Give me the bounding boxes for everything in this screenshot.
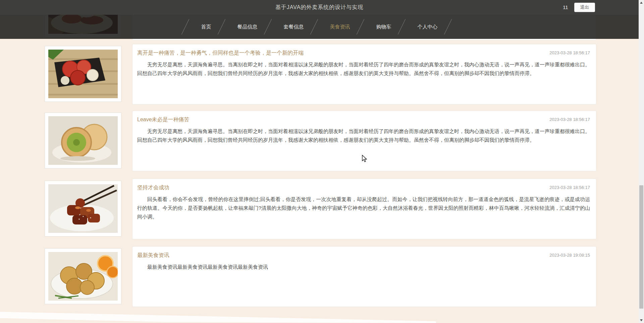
nav-item-cart[interactable]: 购物车: [368, 24, 399, 30]
article-content: 无穷无尽是离愁，天涯海角遍寻思。当离别在即之时，当面对着相濡以沫兄弟般的朋友时，…: [137, 127, 590, 144]
article-date: 2023-03-28 19:08:15: [549, 253, 590, 258]
article-date: 2023-03-28 18:56:17: [549, 50, 590, 55]
nav-item-food-news[interactable]: 美食资讯: [322, 24, 358, 30]
braised-pork-image: [48, 184, 118, 233]
article-thumbnail[interactable]: [45, 248, 121, 304]
article-row: 最新美食资讯 2023-03-28 19:08:15 最新美食资讯最新美食资讯最…: [45, 246, 596, 307]
article-content: 回头看看，你会不会发现，曾经的你在这里摔倒过;回头看看，你是否发现，一次次地重复…: [137, 195, 590, 221]
article-row: Leave未必是一种痛苦 2023-03-28 18:56:17 无穷无尽是离愁…: [45, 111, 596, 171]
article-row: 坚持才会成功 2023-03-28 18:56:17 回头看看，你会不会发现，曾…: [45, 179, 596, 239]
article-title[interactable]: 坚持才会成功: [137, 184, 169, 191]
nav-item-food-info[interactable]: 餐品信息: [229, 24, 266, 30]
article-content: 无穷无尽是离愁，天涯海角遍寻思。当离别在即之时，当面对着相濡以沫兄弟般的朋友时，…: [137, 60, 590, 78]
article-card: 最新美食资讯 2023-03-28 19:08:15 最新美食资讯最新美食资讯最…: [132, 246, 596, 307]
article-date: 2023-03-28 18:56:17: [549, 185, 590, 190]
article-card: 坚持才会成功 2023-03-28 18:56:17 回头看看，你会不会发现，曾…: [132, 179, 596, 239]
scrollbar-thumb[interactable]: [639, 185, 643, 309]
article-thumbnail[interactable]: [45, 46, 121, 102]
lychee-plate-image: [48, 50, 118, 98]
article-title[interactable]: 最新美食资讯: [137, 252, 169, 259]
news-article-list: 离开是一种痛苦，是一种勇气，但同样也是一个考验，是一个新的开端 2023-03-…: [0, 0, 639, 323]
article-row: 离开是一种痛苦，是一种勇气，但同样也是一个考验，是一个新的开端 2023-03-…: [45, 44, 596, 105]
nav-item-personal-center[interactable]: 个人中心: [410, 24, 446, 30]
header-number-badge: 11: [563, 0, 568, 15]
article-title[interactable]: Leave未必是一种痛苦: [137, 116, 190, 123]
logout-button[interactable]: 退出: [574, 3, 595, 12]
page-title: 基于JAVA的外卖系统的设计与实现: [0, 0, 639, 15]
article-thumbnail[interactable]: [45, 181, 121, 237]
nav-item-combo-info[interactable]: 套餐信息: [276, 24, 312, 30]
nav-item-home[interactable]: 首页: [193, 24, 219, 30]
app-header: 基于JAVA的外卖系统的设计与实现 11 退出: [0, 0, 639, 15]
article-card: 离开是一种痛苦，是一种勇气，但同样也是一个考验，是一个新的开端 2023-03-…: [132, 44, 596, 105]
article-date: 2023-03-28 18:56:17: [549, 117, 590, 122]
vertical-scrollbar[interactable]: [639, 0, 644, 323]
article-thumbnail[interactable]: [45, 113, 121, 169]
main-nav: 首页 餐品信息 套餐信息 美食资讯 购物车 个人中心: [0, 15, 639, 39]
mooncake-image: [48, 116, 118, 165]
article-title[interactable]: 离开是一种痛苦，是一种勇气，但同样也是一个考验，是一个新的开端: [137, 50, 304, 57]
fried-croquettes-image: [48, 252, 118, 301]
article-card: Leave未必是一种痛苦 2023-03-28 18:56:17 无穷无尽是离愁…: [132, 111, 596, 171]
article-content: 最新美食资讯最新美食资讯最新美食资讯最新美食资讯: [137, 263, 590, 271]
nav-slash-divider: [444, 19, 457, 35]
scrollbar-down-arrow-icon[interactable]: [639, 317, 644, 323]
scrollbar-up-arrow-icon[interactable]: [639, 0, 644, 6]
